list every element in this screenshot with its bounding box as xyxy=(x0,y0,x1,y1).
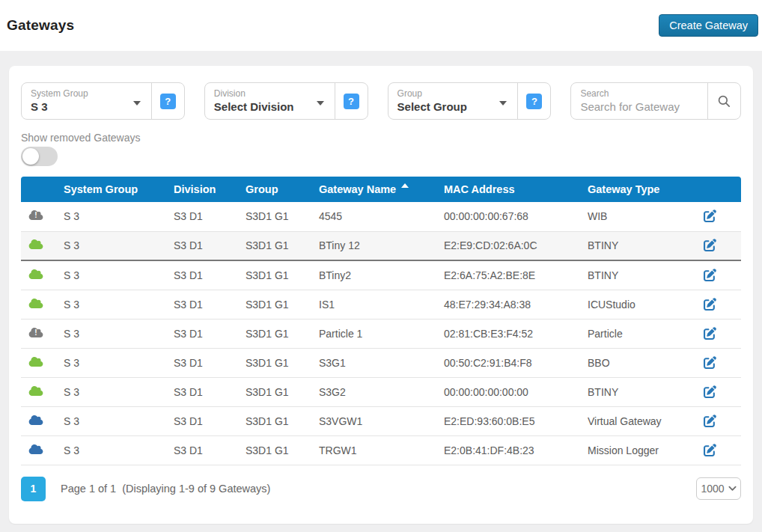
system-group-dropdown[interactable]: System Group S 3 xyxy=(22,83,151,119)
cell-system-group: S 3 xyxy=(58,260,168,290)
table-row: ! S 3 S3 D1 S3D1 G1 BTiny 12 E2:E9:CD:02… xyxy=(21,231,741,260)
actions-column-header xyxy=(696,177,741,202)
edit-icon xyxy=(704,298,716,311)
edit-gateway-button[interactable] xyxy=(702,413,716,429)
cell-group: S3D1 G1 xyxy=(240,348,313,377)
table-row: ! S 3 S3 D1 S3D1 G1 S3G1 00:50:C2:91:B4:… xyxy=(21,348,741,377)
cell-gateway-name: S3G2 xyxy=(313,377,438,406)
create-gateway-button[interactable]: Create Gateway xyxy=(659,14,758,37)
edit-gateway-button[interactable] xyxy=(702,325,716,342)
cell-mac-address: E2:0B:41:DF:4B:23 xyxy=(438,435,582,465)
column-header-group[interactable]: Group xyxy=(240,177,313,202)
cloud-connected-icon: ! xyxy=(28,269,43,280)
edit-gateway-button[interactable] xyxy=(702,267,716,284)
table-row: ! S 3 S3 D1 S3D1 G1 TRGW1 E2:0B:41:DF:4B… xyxy=(21,435,741,465)
column-header-gateway-type[interactable]: Gateway Type xyxy=(582,177,696,202)
cell-division: S3 D1 xyxy=(168,260,240,290)
edit-gateway-button[interactable] xyxy=(702,442,716,459)
cell-system-group: S 3 xyxy=(58,406,168,435)
column-header-mac-address[interactable]: MAC Address xyxy=(438,177,582,202)
cell-gateway-type: Particle xyxy=(582,319,696,348)
division-value: Select Division xyxy=(214,100,327,114)
table-row: ! S 3 S3 D1 S3D1 G1 BTiny2 E2:6A:75:A2:B… xyxy=(21,260,741,290)
group-dropdown[interactable]: Group Select Group xyxy=(388,83,518,119)
edit-icon xyxy=(704,415,716,427)
edit-gateway-button[interactable] xyxy=(702,296,716,313)
page-1-button[interactable]: 1 xyxy=(21,477,46,501)
cloud-connected-icon: ! xyxy=(28,356,43,367)
group-help-button[interactable]: ? xyxy=(517,83,550,119)
column-header-gateway-name[interactable]: Gateway Name xyxy=(313,177,438,202)
help-icon: ? xyxy=(344,94,359,109)
cell-gateway-type: Mission Logger xyxy=(582,435,696,465)
cell-gateway-name: 4545 xyxy=(313,202,438,231)
cell-gateway-type: BBO xyxy=(582,348,696,377)
edit-gateway-button[interactable] xyxy=(702,208,716,224)
cell-gateway-type: Virtual Gateway xyxy=(582,406,696,435)
division-filter: Division Select Division ? xyxy=(204,82,368,120)
cell-division: S3 D1 xyxy=(168,202,240,231)
status-column-header xyxy=(21,177,58,202)
group-label: Group xyxy=(397,88,510,100)
table-row: ! S 3 S3 D1 S3D1 G1 4545 00:00:00:00:67:… xyxy=(21,202,741,231)
toggle-knob xyxy=(22,148,39,165)
cell-group: S3D1 G1 xyxy=(240,202,313,231)
display-label: (Displaying 1-9 of 9 Gateways) xyxy=(122,483,270,495)
cell-mac-address: 00:00:00:00:67:68 xyxy=(438,202,582,231)
cell-mac-address: 00:00:00:00:00:00 xyxy=(438,377,582,406)
edit-gateway-button[interactable] xyxy=(702,237,716,254)
edit-icon xyxy=(704,239,716,251)
cell-group: S3D1 G1 xyxy=(240,319,313,348)
division-dropdown[interactable]: Division Select Division xyxy=(205,83,335,119)
cell-division: S3 D1 xyxy=(168,406,240,435)
table-row: ! S 3 S3 D1 S3D1 G1 IS1 48:E7:29:34:A8:3… xyxy=(21,290,741,319)
cloud-warning-icon: ! xyxy=(28,210,43,221)
division-label: Division xyxy=(214,88,327,100)
search-field-wrap: Search xyxy=(571,83,707,119)
page-size-value: 1000 xyxy=(701,483,724,495)
table-row: ! S 3 S3 D1 S3D1 G1 Particle 1 02:81:CB:… xyxy=(21,319,741,348)
cloud-connected-icon: ! xyxy=(28,298,43,309)
cell-division: S3 D1 xyxy=(168,290,240,319)
search-button[interactable] xyxy=(707,83,740,119)
cell-system-group: S 3 xyxy=(58,377,168,406)
chevron-down-icon xyxy=(728,486,737,492)
cell-mac-address: 02:81:CB:E3:F4:52 xyxy=(438,319,582,348)
cell-gateway-type: WIB xyxy=(582,202,696,231)
cloud-virtual-icon: ! xyxy=(28,444,43,455)
division-help-button[interactable]: ? xyxy=(335,83,368,119)
gateways-table: System Group Division Group Gateway Name… xyxy=(21,177,741,465)
cloud-connected-icon: ! xyxy=(28,385,43,397)
content-area: System Group S 3 ? Division Select Divis… xyxy=(0,51,762,524)
search-input[interactable] xyxy=(580,100,700,114)
cell-system-group: S 3 xyxy=(58,435,168,465)
cell-group: S3D1 G1 xyxy=(240,377,313,406)
column-header-division[interactable]: Division xyxy=(168,177,240,202)
column-header-system-group[interactable]: System Group xyxy=(58,177,168,202)
cell-group: S3D1 G1 xyxy=(240,260,313,290)
cell-gateway-name: BTiny2 xyxy=(313,260,438,290)
edit-icon xyxy=(704,210,716,222)
cell-gateway-type: ICUStudio xyxy=(582,290,696,319)
cell-group: S3D1 G1 xyxy=(240,231,313,260)
cloud-virtual-icon: ! xyxy=(28,415,43,426)
edit-gateway-button[interactable] xyxy=(702,355,716,371)
page-size-select[interactable]: 1000 xyxy=(696,477,741,500)
cell-mac-address: E2:6A:75:A2:BE:8E xyxy=(438,260,582,290)
cell-system-group: S 3 xyxy=(58,202,168,231)
search-label: Search xyxy=(580,88,700,100)
cell-system-group: S 3 xyxy=(58,348,168,377)
cell-division: S3 D1 xyxy=(168,377,240,406)
show-removed-label: Show removed Gateways xyxy=(21,132,741,144)
page-label: Page 1 of 1 xyxy=(61,483,116,495)
help-icon: ? xyxy=(526,94,542,109)
cell-system-group: S 3 xyxy=(58,319,168,348)
show-removed-wrap: Show removed Gateways xyxy=(21,132,741,166)
system-group-help-button[interactable]: ? xyxy=(151,83,184,119)
gateways-card: System Group S 3 ? Division Select Divis… xyxy=(9,66,753,524)
edit-gateway-button[interactable] xyxy=(702,384,716,400)
show-removed-toggle[interactable] xyxy=(21,147,58,166)
sort-ascending-icon xyxy=(401,183,409,188)
cell-gateway-name: TRGW1 xyxy=(313,435,438,465)
cell-gateway-type: BTINY xyxy=(582,231,696,260)
